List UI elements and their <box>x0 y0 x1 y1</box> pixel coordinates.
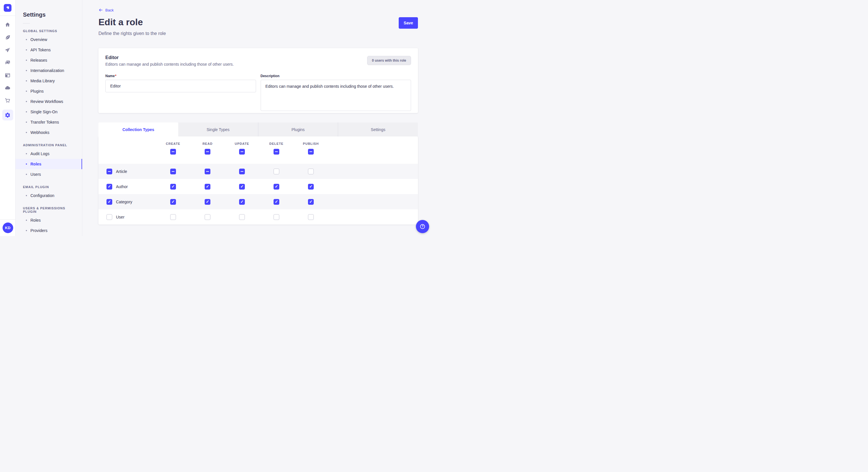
sidebar-item-users[interactable]: Users <box>16 169 82 179</box>
tab-collection-types[interactable]: Collection Types <box>98 123 178 136</box>
arrow-left-icon <box>98 8 103 12</box>
column-update: UPDATE <box>225 136 259 155</box>
sidebar-item-label: Audit Logs <box>30 151 50 156</box>
select-all-create-checkbox[interactable] <box>170 149 176 155</box>
row-label: Author <box>116 184 128 189</box>
save-button[interactable]: Save <box>399 17 418 29</box>
avatar[interactable]: KD <box>3 223 13 233</box>
sidebar-item-api-tokens[interactable]: API Tokens <box>16 45 82 55</box>
sidebar-item-label: Plugins <box>30 89 43 94</box>
section-label: USERS & PERMISSIONS PLUGIN <box>16 204 82 215</box>
user-publish-checkbox[interactable] <box>308 214 314 220</box>
help-button[interactable]: ? <box>416 220 429 233</box>
table-row-article: Article <box>98 164 418 179</box>
category-update-checkbox[interactable] <box>239 199 245 205</box>
row-checkbox[interactable] <box>106 184 112 190</box>
description-field-group: Description Editors can manage and publi… <box>260 74 411 112</box>
author-create-checkbox[interactable] <box>170 184 176 190</box>
strapi-logo-icon[interactable] <box>4 4 11 12</box>
sidebar-item-review-workflows[interactable]: Review Workflows <box>16 96 82 107</box>
name-label: Name* <box>105 74 256 78</box>
row-label: User <box>116 215 125 220</box>
bullet-icon <box>26 70 27 71</box>
bullet-icon <box>26 49 27 50</box>
sidebar-item-providers[interactable]: Providers <box>16 225 82 236</box>
row-checkbox[interactable] <box>106 214 112 220</box>
bullet-icon <box>26 111 27 112</box>
bullet-icon <box>26 164 27 165</box>
author-read-checkbox[interactable] <box>205 184 210 190</box>
user-delete-checkbox[interactable] <box>274 214 279 220</box>
media-library-icon[interactable] <box>2 59 13 66</box>
sidebar-item-roles[interactable]: Roles <box>16 159 82 169</box>
article-delete-checkbox[interactable] <box>274 169 279 174</box>
article-read-checkbox[interactable] <box>205 169 210 174</box>
row-checkbox[interactable] <box>106 199 112 205</box>
cart-icon[interactable] <box>2 97 13 104</box>
sidebar-item-media-library[interactable]: Media Library <box>16 76 82 86</box>
select-all-read-checkbox[interactable] <box>205 149 210 155</box>
sidebar-item-single-sign-on[interactable]: Single Sign-On <box>16 107 82 117</box>
article-update-checkbox[interactable] <box>239 169 245 174</box>
sidebar-item-label: Configuration <box>30 193 54 198</box>
category-read-checkbox[interactable] <box>205 199 210 205</box>
tab-plugins[interactable]: Plugins <box>258 123 338 136</box>
section-label: GLOBAL SETTINGS <box>16 26 82 34</box>
row-checkbox[interactable] <box>106 169 112 174</box>
user-create-checkbox[interactable] <box>170 214 176 220</box>
user-update-checkbox[interactable] <box>239 214 245 220</box>
sidebar-item-transfer-tokens[interactable]: Transfer Tokens <box>16 117 82 127</box>
sidebar-item-label: Transfer Tokens <box>30 120 59 125</box>
author-update-checkbox[interactable] <box>239 184 245 190</box>
sidebar-item-label: API Tokens <box>30 47 51 52</box>
tab-settings[interactable]: Settings <box>338 123 418 136</box>
description-input[interactable]: Editors can manage and publish contents … <box>260 80 411 111</box>
category-delete-checkbox[interactable] <box>274 199 279 205</box>
cloud-icon[interactable] <box>2 84 13 91</box>
paper-plane-icon[interactable] <box>2 46 13 53</box>
name-input[interactable] <box>105 80 256 92</box>
sidebar-item-label: Webhooks <box>30 130 50 135</box>
category-publish-checkbox[interactable] <box>308 199 314 205</box>
select-all-delete-checkbox[interactable] <box>274 149 279 155</box>
sidebar-item-internationalization[interactable]: Internationalization <box>16 65 82 76</box>
sidebar-item-label: Media Library <box>30 78 55 83</box>
layout-icon[interactable] <box>2 72 13 78</box>
sidebar-section-global-settings: GLOBAL SETTINGS Overview API Tokens Rele… <box>16 26 82 138</box>
sidebar-item-plugins[interactable]: Plugins <box>16 86 82 96</box>
rail-divider <box>0 15 16 16</box>
sidebar-item-configuration[interactable]: Configuration <box>16 191 82 201</box>
sidebar-item-audit-logs[interactable]: Audit Logs <box>16 148 82 159</box>
bullet-icon <box>26 39 27 40</box>
tab-single-types[interactable]: Single Types <box>178 123 258 136</box>
select-all-update-checkbox[interactable] <box>239 149 245 155</box>
sidebar-item-releases[interactable]: Releases <box>16 55 82 65</box>
gear-icon[interactable] <box>2 109 13 121</box>
table-row-user: User <box>98 209 418 225</box>
article-create-checkbox[interactable] <box>170 169 176 174</box>
page-title: Edit a role <box>98 17 143 27</box>
sidebar-section-users-permissions-plugin: USERS & PERMISSIONS PLUGIN Roles Provide… <box>16 204 82 236</box>
feather-icon[interactable] <box>2 34 13 41</box>
back-link[interactable]: Back <box>98 8 114 12</box>
table-row-author: Author <box>98 179 418 194</box>
bullet-icon <box>26 91 27 92</box>
sidebar-item-overview[interactable]: Overview <box>16 34 82 45</box>
sidebar-item-webhooks[interactable]: Webhooks <box>16 127 82 138</box>
user-read-checkbox[interactable] <box>205 214 210 220</box>
sidebar-item-label: Overview <box>30 37 47 42</box>
author-delete-checkbox[interactable] <box>274 184 279 190</box>
sidebar-divider <box>23 23 30 24</box>
sidebar-item-label: Roles <box>30 218 41 223</box>
article-publish-checkbox[interactable] <box>308 169 314 174</box>
author-publish-checkbox[interactable] <box>308 184 314 190</box>
home-icon[interactable] <box>2 21 13 28</box>
bullet-icon <box>26 195 27 196</box>
users-with-role-badge[interactable]: 0 users with this role <box>367 56 411 65</box>
select-all-publish-checkbox[interactable] <box>308 149 314 155</box>
bullet-icon <box>26 60 27 61</box>
category-create-checkbox[interactable] <box>170 199 176 205</box>
sidebar-item-up-roles[interactable]: Roles <box>16 215 82 225</box>
sidebar-section-email-plugin: EMAIL PLUGIN Configuration <box>16 182 82 201</box>
role-title: Editor <box>105 55 411 60</box>
